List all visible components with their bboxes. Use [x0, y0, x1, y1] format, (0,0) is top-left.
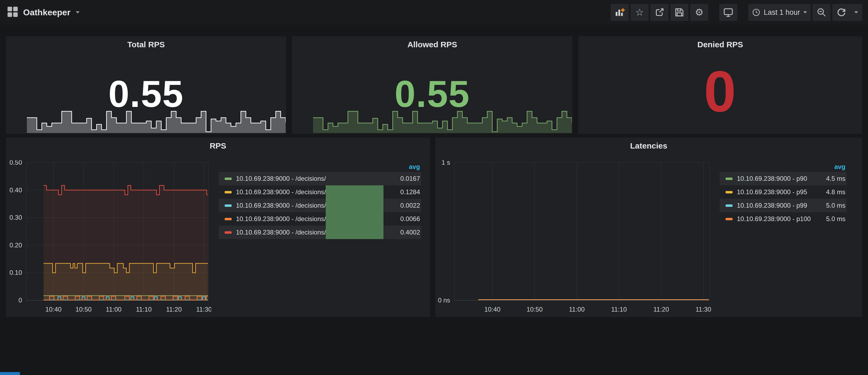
- svg-text:11:10: 11:10: [136, 306, 152, 313]
- tv-mode-button[interactable]: [719, 4, 737, 21]
- svg-text:1 s: 1 s: [441, 160, 450, 166]
- legend-row[interactable]: 10.10.69.238:9000 - p95 4.8 ms: [720, 185, 846, 199]
- save-button[interactable]: [671, 4, 688, 21]
- panel-title[interactable]: Allowed RPS: [292, 36, 572, 53]
- time-range-label: Last 1 hour: [764, 8, 800, 17]
- zoom-out-icon: [816, 7, 827, 18]
- svg-text:10:40: 10:40: [484, 306, 500, 313]
- refresh-button[interactable]: [833, 4, 850, 21]
- refresh-icon: [836, 7, 846, 18]
- stat-value-denied-rps: 0: [578, 63, 862, 120]
- svg-text:10:40: 10:40: [45, 306, 62, 313]
- legend-row[interactable]: 10.10.69.238:9000 - /decisions/ 0.0066: [219, 212, 421, 226]
- add-panel-button[interactable]: [611, 4, 628, 21]
- series-swatch: [725, 218, 733, 220]
- legend-row[interactable]: 10.10.69.238:9000 - /decisions/ 0.0022: [219, 199, 421, 212]
- svg-text:0: 0: [19, 296, 22, 304]
- green-overlay-box: [326, 185, 383, 239]
- series-avg-value: 0.0022: [400, 202, 420, 209]
- star-icon: ☆: [635, 7, 644, 17]
- svg-text:11:00: 11:00: [569, 306, 585, 313]
- settings-button[interactable]: ⚙: [690, 4, 708, 21]
- panel-rps-graph: RPS 10:4010:5011:0011:1011:2011:300.500.…: [6, 137, 430, 317]
- legend-row[interactable]: 10.10.69.238:9000 - p90 4.5 ms: [720, 172, 846, 185]
- star-button[interactable]: ☆: [631, 4, 648, 21]
- svg-text:0.30: 0.30: [9, 214, 22, 221]
- toolbar: ☆ ⚙: [609, 4, 862, 21]
- svg-text:10:50: 10:50: [526, 306, 542, 313]
- chevron-down-icon: [803, 11, 807, 13]
- legend-avg-header[interactable]: avg: [720, 163, 846, 172]
- svg-text:11:10: 11:10: [611, 306, 627, 313]
- rps-legend: avg 10.10.69.238:9000 - /decisions/ 0.01…: [219, 163, 421, 239]
- latencies-chart[interactable]: 10:4010:5011:0011:1011:2011:301 s0 ns: [435, 160, 712, 315]
- share-icon: [654, 7, 665, 18]
- legend-row[interactable]: 10.10.69.238:9000 - /decisions/ 0.0167: [219, 172, 421, 185]
- dashboard-picker[interactable]: Oathkeeper: [7, 7, 80, 18]
- panel-total-rps: Total RPS 0.55: [6, 36, 286, 134]
- series-swatch: [225, 218, 231, 220]
- rps-chart[interactable]: 10:4010:5011:0011:1011:2011:300.500.400.…: [6, 160, 211, 315]
- series-avg-value: 0.0066: [400, 215, 420, 223]
- latencies-legend: avg 10.10.69.238:9000 - p90 4.5 ms 10.10…: [720, 163, 846, 226]
- share-button[interactable]: [651, 4, 668, 21]
- svg-text:11:30: 11:30: [196, 306, 211, 313]
- series-avg-value: 0.1284: [400, 188, 420, 196]
- svg-text:10:50: 10:50: [75, 306, 92, 313]
- svg-text:11:30: 11:30: [695, 306, 711, 313]
- time-range-picker[interactable]: Last 1 hour: [748, 4, 810, 21]
- stat-value-total-rps: 0.55: [6, 75, 286, 113]
- series-avg-value: 4.8 ms: [826, 188, 845, 196]
- series-swatch: [225, 231, 231, 234]
- panel-latencies-graph: Latencies 10:4010:5011:0011:1011:2011:30…: [435, 137, 862, 317]
- navbar: Oathkeeper ☆: [0, 0, 868, 25]
- legend-rows: 10.10.69.238:9000 - p90 4.5 ms 10.10.69.…: [720, 172, 846, 226]
- series-swatch: [225, 191, 231, 193]
- series-avg-value: 4.5 ms: [826, 175, 845, 182]
- monitor-icon: [723, 7, 734, 18]
- svg-text:0.20: 0.20: [9, 242, 22, 249]
- gear-icon: ⚙: [695, 7, 704, 17]
- clock-icon: [752, 8, 761, 17]
- refresh-interval-button[interactable]: [850, 4, 862, 21]
- panel-denied-rps: Denied RPS 0: [578, 36, 862, 134]
- refresh-split-button: [833, 4, 862, 21]
- series-label[interactable]: 10.10.69.238:9000 - p90: [737, 175, 826, 182]
- series-label[interactable]: 10.10.69.238:9000 - p95: [737, 188, 826, 196]
- series-avg-value: 0.0167: [400, 175, 420, 182]
- series-swatch: [225, 205, 231, 207]
- chevron-down-icon: [76, 11, 80, 13]
- series-swatch: [725, 205, 733, 207]
- series-avg-value: 0.4002: [400, 228, 420, 236]
- series-swatch: [725, 191, 733, 193]
- series-swatch: [725, 178, 733, 180]
- legend-row[interactable]: 10.10.69.238:9000 - p100 5.0 ms: [720, 212, 846, 226]
- panel-title[interactable]: Latencies: [435, 137, 862, 154]
- panel-allowed-rps: Allowed RPS 0.55: [292, 36, 572, 134]
- legend-avg-header[interactable]: avg: [219, 163, 421, 172]
- panel-title[interactable]: RPS: [6, 137, 430, 154]
- legend-row[interactable]: 10.10.69.238:9000 - /decisions/ 0.4002: [219, 226, 421, 239]
- svg-text:11:20: 11:20: [166, 306, 182, 313]
- series-label[interactable]: 10.10.69.238:9000 - p100: [737, 215, 826, 223]
- series-swatch: [225, 178, 231, 180]
- zoom-out-button[interactable]: [813, 4, 830, 21]
- legend-row[interactable]: 10.10.69.238:9000 - /decisions/ 0.1284: [219, 185, 421, 199]
- chevron-down-icon: [854, 11, 858, 13]
- legend-row[interactable]: 10.10.69.238:9000 - p99 5.0 ms: [720, 199, 846, 212]
- svg-text:0.10: 0.10: [9, 269, 22, 276]
- svg-text:0.50: 0.50: [9, 160, 22, 166]
- svg-text:0 ns: 0 ns: [438, 296, 450, 304]
- panel-title[interactable]: Total RPS: [6, 36, 286, 53]
- svg-text:11:00: 11:00: [106, 306, 121, 313]
- dashboard-title: Oathkeeper: [23, 7, 70, 18]
- panel-title[interactable]: Denied RPS: [578, 36, 862, 53]
- add-row-button[interactable]: [0, 372, 20, 375]
- series-avg-value: 5.0 ms: [826, 215, 845, 223]
- series-label[interactable]: 10.10.69.238:9000 - /decisions/: [236, 175, 400, 182]
- stat-value-allowed-rps: 0.55: [292, 75, 572, 113]
- add-panel-icon: [614, 7, 625, 18]
- series-label[interactable]: 10.10.69.238:9000 - p99: [737, 202, 826, 209]
- grid-icon: [7, 7, 18, 18]
- svg-text:0.40: 0.40: [9, 186, 22, 194]
